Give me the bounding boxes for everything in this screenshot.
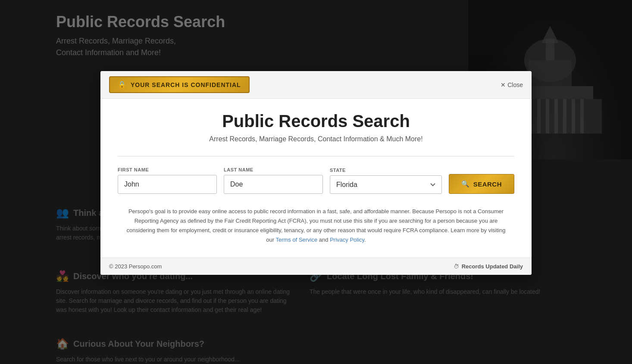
search-form: FIRST NAME LAST NAME STATE All States Al… <box>118 167 514 194</box>
modal-subtitle: Arrest Records, Marriage Records, Contac… <box>118 135 514 143</box>
search-divider <box>118 156 514 156</box>
modal-title: Public Records Search <box>118 112 514 131</box>
state-group: STATE All States Alabama Alaska Arizona … <box>330 168 442 194</box>
search-button-label: SEARCH <box>473 180 502 188</box>
modal-body: Public Records Search Arrest Records, Ma… <box>100 99 532 258</box>
confidential-badge[interactable]: 🔒 YOUR SEARCH IS CONFIDENTIAL <box>109 76 250 93</box>
disclaimer-text: Persopo's goal is to provide easy online… <box>118 207 514 245</box>
lock-icon: 🔒 <box>118 81 126 89</box>
footer-updated-label: Records Updated Daily <box>462 263 523 270</box>
close-label: Close <box>507 81 523 88</box>
clock-icon: ⏱ <box>454 263 459 270</box>
first-name-group: FIRST NAME <box>118 167 217 194</box>
footer-copyright: © 2023 Persopo.com <box>109 263 162 270</box>
close-button[interactable]: ✕ Close <box>501 81 523 88</box>
modal: 🔒 YOUR SEARCH IS CONFIDENTIAL ✕ Close Pu… <box>100 71 532 275</box>
last-name-input[interactable] <box>224 175 323 194</box>
footer-updated: ⏱ Records Updated Daily <box>454 263 523 270</box>
last-name-group: LAST NAME <box>224 167 323 194</box>
first-name-input[interactable] <box>118 175 217 194</box>
privacy-policy-link[interactable]: Privacy Policy <box>330 236 364 243</box>
confidential-badge-text: YOUR SEARCH IS CONFIDENTIAL <box>131 81 241 88</box>
modal-header: 🔒 YOUR SEARCH IS CONFIDENTIAL ✕ Close <box>100 71 532 99</box>
last-name-label: LAST NAME <box>224 167 323 172</box>
modal-footer: © 2023 Persopo.com ⏱ Records Updated Dai… <box>100 258 532 275</box>
first-name-label: FIRST NAME <box>118 167 217 172</box>
state-label: STATE <box>330 168 442 173</box>
search-icon: 🔍 <box>461 180 470 188</box>
search-button[interactable]: 🔍 SEARCH <box>449 174 514 194</box>
close-x-icon: ✕ <box>501 81 506 88</box>
state-select[interactable]: All States Alabama Alaska Arizona Arkans… <box>330 175 442 194</box>
terms-of-service-link[interactable]: Terms of Service <box>275 236 317 243</box>
